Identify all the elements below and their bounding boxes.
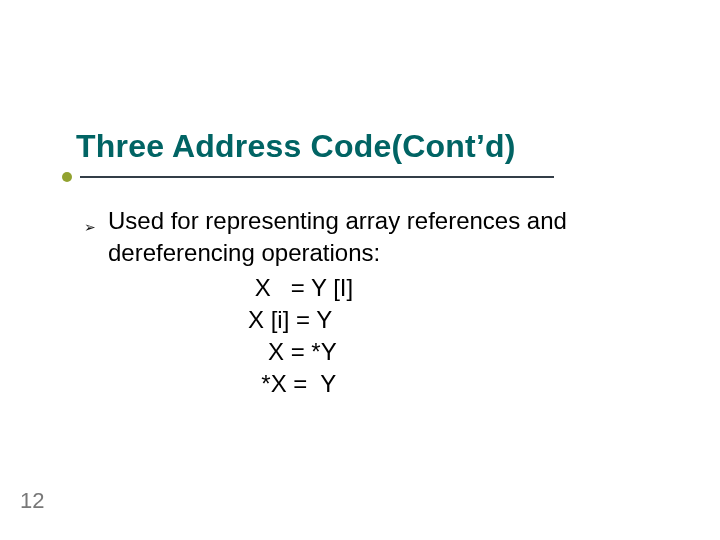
- equation-4: *X = Y: [248, 368, 648, 400]
- horizontal-rule: [80, 176, 554, 178]
- slide-title: Three Address Code(Cont’d): [76, 128, 516, 165]
- title-wrap: Three Address Code(Cont’d): [76, 128, 516, 165]
- bullet-disc-icon: [62, 172, 72, 182]
- title-rule: [62, 170, 572, 184]
- page-number: 12: [20, 488, 44, 514]
- equation-3: X = *Y: [248, 336, 648, 368]
- intro-text: Used for representing array references a…: [108, 205, 648, 269]
- slide: Three Address Code(Cont’d) ➢ Used for re…: [0, 0, 720, 540]
- chevron-right-icon: ➢: [84, 211, 96, 243]
- equation-2: X [i] = Y: [248, 304, 648, 336]
- equation-1: X = Y [I]: [248, 272, 648, 304]
- body-text: ➢ Used for representing array references…: [108, 205, 648, 400]
- equations-block: X = Y [I] X [i] = Y X = *Y *X = Y: [248, 272, 648, 400]
